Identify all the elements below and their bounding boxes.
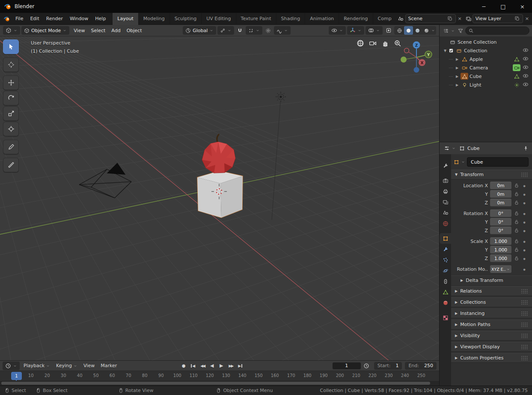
snap-toggle-button[interactable]	[235, 26, 244, 35]
eye-icon[interactable]	[523, 64, 529, 70]
timeline-ruler[interactable]: 1 10203040506070809010011012013014015016…	[0, 371, 439, 381]
timeline-menu-marker[interactable]: Marker	[98, 362, 120, 369]
animate-dot-button[interactable]: ●	[522, 212, 527, 215]
triangle-right-icon[interactable]: ▶	[455, 75, 459, 78]
proportional-edit-button[interactable]	[264, 26, 273, 35]
remove-view-layer-button[interactable]: ×	[524, 16, 530, 21]
animate-dot-button[interactable]: ●	[522, 229, 527, 232]
animate-dot-button[interactable]: ●	[522, 201, 527, 204]
properties-editor-type-button[interactable]	[443, 144, 457, 153]
transform-value-field[interactable]: 0m	[490, 199, 511, 206]
animate-dot-button[interactable]: ●	[522, 193, 527, 196]
timeline-editor-type-button[interactable]	[3, 362, 20, 370]
delta-transform-subpanel[interactable]: ▶ Delta Transform	[451, 275, 532, 285]
lock-open-icon[interactable]	[514, 256, 519, 261]
proportional-falloff-dropdown[interactable]	[274, 26, 291, 35]
close-button[interactable]: ×	[513, 0, 532, 13]
menu-window[interactable]: Window	[66, 14, 92, 23]
properties-tab-material[interactable]	[440, 297, 451, 308]
lock-open-icon[interactable]	[514, 200, 519, 205]
next-keyframe-button[interactable]: ▶▶	[227, 362, 235, 369]
new-view-layer-icon[interactable]	[514, 16, 520, 21]
prev-keyframe-button[interactable]: ◀◀	[199, 362, 206, 369]
tool-scale-button[interactable]	[3, 106, 19, 121]
panel-grip-handle[interactable]	[521, 356, 528, 360]
jump-to-end-button[interactable]: ▶	[236, 362, 244, 369]
transform-orientation-dropdown[interactable]: Global	[183, 26, 216, 35]
eye-icon[interactable]	[523, 73, 529, 79]
lock-open-icon[interactable]	[514, 192, 519, 197]
lock-open-icon[interactable]	[514, 211, 519, 216]
lock-open-icon[interactable]	[514, 219, 519, 224]
orthographic-grid-icon[interactable]	[357, 39, 364, 47]
tool-annotate-button[interactable]	[3, 140, 19, 154]
workspace-tab-sculpting[interactable]: Sculpting	[170, 13, 202, 25]
properties-tab-physics[interactable]	[440, 265, 451, 276]
eye-icon[interactable]	[523, 81, 529, 87]
panel-motion-paths[interactable]: ▶Motion Paths	[451, 320, 532, 329]
panel-grip-handle[interactable]	[521, 172, 528, 177]
timeline-scrollbar[interactable]	[0, 381, 439, 386]
maximize-button[interactable]: □	[493, 0, 513, 13]
timeline-menu-playback[interactable]: Playback	[21, 362, 53, 369]
jump-to-start-button[interactable]: ◀	[189, 362, 197, 369]
viewport-menu-view[interactable]: View	[71, 27, 88, 35]
rendered-shading-button[interactable]	[422, 26, 431, 35]
editor-type-button[interactable]	[3, 26, 20, 35]
tool-transform-button[interactable]	[3, 122, 19, 136]
tool-measure-button[interactable]	[3, 158, 19, 172]
outliner-row-scene-collection[interactable]: Scene Collection	[440, 38, 532, 46]
overlays-dropdown[interactable]	[366, 26, 383, 35]
panel-grip-handle[interactable]	[521, 344, 528, 349]
animate-dot-button[interactable]: ●	[522, 257, 527, 260]
animate-dot-button[interactable]: ●	[522, 221, 527, 224]
snap-settings-dropdown[interactable]	[246, 26, 262, 35]
rotation-mode-dropdown[interactable]: XYZ E..	[490, 265, 511, 273]
panel-grip-handle[interactable]	[521, 289, 528, 293]
properties-tab-modifier[interactable]	[440, 244, 451, 254]
eye-icon[interactable]	[523, 56, 529, 62]
transform-value-field[interactable]: 1.000	[490, 254, 511, 262]
mode-dropdown[interactable]: Object Mode	[21, 26, 69, 35]
camera-data-icon[interactable]	[514, 65, 520, 71]
properties-tab-render[interactable]	[440, 175, 451, 186]
checkbox-checked-icon[interactable]	[449, 48, 454, 53]
properties-tab-texture[interactable]	[440, 312, 451, 323]
transform-value-field[interactable]: 1.000	[490, 237, 511, 245]
3d-viewport[interactable]: ZYX User Perspective (1) Collection | Cu…	[0, 36, 439, 360]
workspace-tab-uv-editing[interactable]: UV Editing	[202, 13, 236, 25]
triangle-down-icon[interactable]: ▼	[443, 49, 447, 53]
scrollbar-thumb[interactable]	[1, 382, 430, 385]
mesh-data-icon[interactable]	[514, 57, 520, 62]
visibility-dropdown[interactable]	[329, 26, 346, 35]
view-layer-icon[interactable]	[466, 16, 472, 22]
frame-end-field[interactable]: End: 250	[405, 362, 437, 370]
viewport-menu-add[interactable]: Add	[108, 27, 123, 35]
lock-open-icon[interactable]	[514, 239, 519, 244]
animate-dot-button[interactable]: ●	[522, 268, 527, 271]
wireframe-shading-button[interactable]	[395, 26, 404, 35]
animate-dot-button[interactable]: ●	[522, 240, 527, 243]
panel-viewport-display[interactable]: ▶Viewport Display	[451, 342, 532, 352]
outliner-editor-type-button[interactable]	[442, 27, 456, 35]
record-button[interactable]: ●	[180, 362, 187, 369]
workspace-tab-comp[interactable]: Comp	[373, 13, 395, 25]
workspace-tab-rendering[interactable]: Rendering	[339, 13, 373, 25]
panel-instancing[interactable]: ▶Instancing	[451, 308, 532, 318]
object-cube-icon[interactable]	[454, 159, 459, 165]
pan-hand-icon[interactable]	[381, 39, 389, 47]
lock-open-icon[interactable]	[514, 183, 519, 188]
viewport-menu-object[interactable]: Object	[124, 27, 145, 35]
workspace-tab-texture-paint[interactable]: Texture Paint	[236, 13, 276, 25]
outliner-row-cube[interactable]: ▶Cube	[440, 72, 532, 81]
viewport-menu-select[interactable]: Select	[88, 27, 108, 35]
triangle-right-icon[interactable]: ▶	[455, 57, 459, 61]
xray-toggle-button[interactable]	[384, 26, 393, 35]
outliner-row-apple[interactable]: ▶Apple	[440, 55, 532, 63]
properties-tab-world[interactable]	[440, 218, 451, 229]
pivot-point-dropdown[interactable]	[217, 26, 234, 35]
panel-visibility[interactable]: ▶Visibility	[451, 331, 532, 341]
gizmos-dropdown[interactable]	[347, 26, 364, 35]
panel-relations[interactable]: ▶Relations	[451, 286, 532, 296]
timeline-menu-view[interactable]: View	[80, 362, 98, 369]
